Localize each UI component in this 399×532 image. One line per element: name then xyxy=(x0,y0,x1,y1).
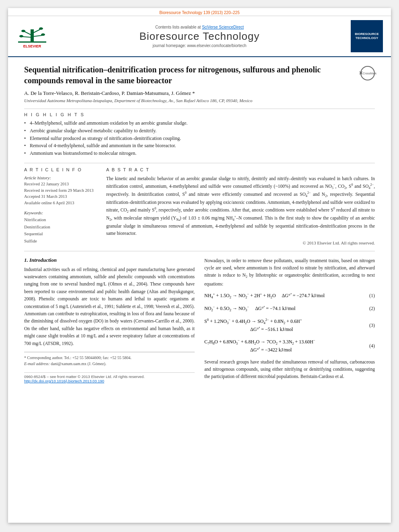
authors: A. De la Torre-Velasco, R. Beristain-Car… xyxy=(24,90,356,97)
ref-atsdr[interactable]: ATSDR, 1992 xyxy=(45,341,71,346)
footnote-star: * Corresponding author. Tel.: +52 55 580… xyxy=(24,355,195,361)
keywords-title: Keywords: xyxy=(24,210,97,215)
elsevier-logo: ELSEVIER xyxy=(16,21,48,51)
ref-autenrieth[interactable]: Autenrieth et al., 1991 xyxy=(72,304,113,309)
journal-title: Bioresource Technology xyxy=(48,30,351,43)
crossmark-icon[interactable]: ✕CrossMark xyxy=(360,66,375,80)
elsevier-header: ELSEVIER Contents lists available at Sci… xyxy=(8,16,391,57)
keywords-section: Keywords: NitrificationDenitrificationSe… xyxy=(24,210,97,244)
header-center: Contents lists available at SciVerse Sci… xyxy=(48,25,351,48)
keyword-item: Nitrification xyxy=(24,216,97,224)
article-info-col: A R T I C L E I N F O Article history: R… xyxy=(24,167,97,245)
highlight-item: Elemental sulfur produced as strategy of… xyxy=(24,135,375,142)
body-left-col: 1. Introduction Industrial activities su… xyxy=(24,257,195,384)
body-section: 1. Introduction Industrial activities su… xyxy=(24,257,375,384)
journal-top-bar: Bioresource Technology 139 (2013) 220–22… xyxy=(8,8,391,16)
page: Bioresource Technology 139 (2013) 220–22… xyxy=(8,8,391,523)
highlight-item: Aerobic granular sludge showed metabolic… xyxy=(24,127,375,135)
eq3-formula: S0 + 1.2NO3− + 0.4H2O → SO42− + 0.8N2 + … xyxy=(204,317,360,334)
equation-4: C7H8O + 6.8NO3− + 6.8H2O → 7CO2 + 3.3N2 … xyxy=(204,338,375,354)
article-info-label: A R T I C L E I N F O xyxy=(24,167,97,172)
section-divider xyxy=(24,251,375,251)
svg-point-7 xyxy=(39,27,43,30)
intro-para2: Nowadays, in order to remove these pollu… xyxy=(204,257,375,288)
eq1-number: (1) xyxy=(363,293,375,299)
affiliation: Universidad Autónoma Metropolitana-Iztap… xyxy=(24,98,356,103)
eq2-number: (2) xyxy=(363,306,375,312)
abstract-col: A B S T R A C T The kinetic and metaboli… xyxy=(106,167,375,245)
ref-olmos[interactable]: Olmos et al., 2004 xyxy=(110,281,146,286)
elsevier-logo-svg: ELSEVIER xyxy=(16,21,48,49)
accepted-date: Accepted 31 March 2013 xyxy=(24,193,97,200)
bioresource-logo: BIORESOURCE TECHNOLOGY xyxy=(351,20,383,52)
paper-title: Sequential nitrification–denitrification… xyxy=(24,64,356,86)
abstract-text: The kinetic and metabolic behavior of an… xyxy=(106,175,375,237)
svg-rect-0 xyxy=(18,41,46,43)
svg-point-9 xyxy=(41,33,45,36)
eq4-formula: C7H8O + 6.8NO3− + 6.8H2O → 7CO2 + 3.3N2 … xyxy=(204,338,360,354)
abstract-label: A B S T R A C T xyxy=(106,167,375,172)
highlights-list: 4–Methylphenol, sulfide and ammonium oxi… xyxy=(24,119,375,157)
equation-2: NO2− + 0.5O2 → NO3− ΔG°ʹ = −74.1 kJ/mol … xyxy=(204,304,375,313)
ref-cervantes[interactable]: Cervantes-Carrillo et al., 2000 xyxy=(135,318,192,323)
highlight-item: Removal of 4-methylphenol, sulfide and a… xyxy=(24,142,375,150)
ref-sublette[interactable]: Sublette et al., 1998 xyxy=(116,304,153,309)
available-date: Available online 6 April 2013 xyxy=(24,200,97,206)
highlights-label: H I G H L I G H T S xyxy=(24,109,375,117)
svg-point-6 xyxy=(21,30,25,32)
keyword-item: Denitrification xyxy=(24,224,97,231)
intro-para1: Industrial activities such as oil refini… xyxy=(24,266,195,347)
article-abstract-section: A R T I C L E I N F O Article history: R… xyxy=(24,163,375,245)
paper-content: Sequential nitrification–denitrification… xyxy=(8,57,391,392)
ref-veeresh[interactable]: Veeresh et al., 2005 xyxy=(155,304,192,309)
equation-1: NH4+ + 1.5O2 → NO2− + 2H+ + H2O ΔG°ʹ = −… xyxy=(204,292,375,300)
footnote-email-link[interactable]: dani@xanum.uam.mx xyxy=(51,362,86,366)
issn-line: 0960-8524/$ – see front matter © 2013 El… xyxy=(24,374,195,379)
svg-point-8 xyxy=(19,35,23,37)
eq1-formula: NH4+ + 1.5O2 → NO2− + 2H+ + H2O ΔG°ʹ = −… xyxy=(204,292,360,300)
ref-beristain[interactable]: Beristain-Cardoso et al. xyxy=(300,374,344,379)
sciverse-link[interactable]: SciVerse ScienceDirect xyxy=(202,25,244,29)
svg-text:ELSEVIER: ELSEVIER xyxy=(23,44,41,48)
keywords-list: NitrificationDenitrificationSequentialSu… xyxy=(24,216,97,244)
history-title: Article history: xyxy=(24,175,97,180)
copyright-line: © 2013 Elsevier Ltd. All rights reserved… xyxy=(106,240,375,245)
doi-line[interactable]: http://dx.doi.org/10.1016/j.biortech.201… xyxy=(24,379,195,383)
received-date: Received 22 January 2013 xyxy=(24,181,97,187)
sciverse-line: Contents lists available at SciVerse Sci… xyxy=(48,25,351,29)
title-row: Sequential nitrification–denitrification… xyxy=(24,64,375,109)
highlight-item: 4–Methylphenol, sulfide and ammonium oxi… xyxy=(24,119,375,127)
equation-3: S0 + 1.2NO3− + 0.4H2O → SO42− + 0.8N2 + … xyxy=(204,317,375,334)
journal-homepage: journal homepage: www.elsevier.com/locat… xyxy=(48,43,351,48)
equations-block: NH4+ + 1.5O2 → NO2− + 2H+ + H2O ΔG°ʹ = −… xyxy=(204,292,375,354)
intro-heading: 1. Introduction xyxy=(24,257,195,263)
article-history: Article history: Received 22 January 201… xyxy=(24,175,97,206)
received-revised-date: Received in revised form 29 March 2013 xyxy=(24,187,97,194)
eq2-formula: NO2− + 0.5O2 → NO3− ΔG°ʹ = −74.1 kJ/mol xyxy=(204,304,360,313)
highlight-item: Ammonium was biotransformed to molecular… xyxy=(24,150,375,157)
keyword-item: Sequential xyxy=(24,230,97,238)
bottom-bar: 0960-8524/$ – see front matter © 2013 El… xyxy=(24,372,195,383)
body-right-col: Nowadays, in order to remove these pollu… xyxy=(204,257,375,384)
footnote-email: E-mail address: dani@xanum.uam.mx (J. Gó… xyxy=(24,361,195,367)
journal-citation: Bioresource Technology 139 (2013) 220–22… xyxy=(159,10,239,15)
footnote-section: * Corresponding author. Tel.: +52 55 580… xyxy=(24,352,195,367)
eq3-number: (3) xyxy=(363,322,375,329)
eq4-number: (4) xyxy=(363,343,375,349)
intro-para3: Several research groups have studied the… xyxy=(204,358,375,380)
keyword-item: Sulfide xyxy=(24,238,97,245)
ref-altas[interactable]: Altas and Buyukgungor, 2008 xyxy=(24,289,195,301)
